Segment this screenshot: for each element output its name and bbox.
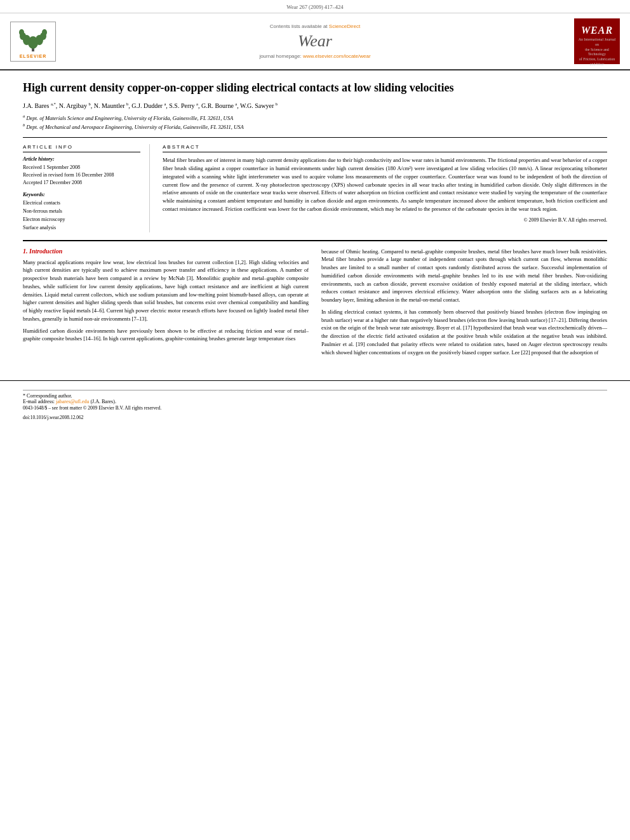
abstract-text: Metal fiber brushes are of interest in m…	[163, 156, 607, 213]
page-wrapper: Wear 267 (2009) 417–424 ELSEVIER Content…	[0, 0, 630, 840]
homepage-url-link[interactable]: www.elsevier.com/locate/wear	[303, 53, 371, 59]
authors-line: J.A. Bares a,*, N. Argibay b, N. Mauntle…	[23, 102, 607, 109]
keyword-1: Electrical contacts	[23, 199, 140, 208]
body-left-col: 1. Introduction Many practical applicati…	[23, 248, 309, 361]
article-info-header: ARTICLE INFO	[23, 144, 140, 152]
corresp-star: * Corresponding author.	[23, 393, 72, 399]
keyword-2: Non-ferrous metals	[23, 208, 140, 216]
wear-logo-title: WEAR	[581, 25, 613, 36]
journal-title: Wear	[56, 32, 574, 51]
abstract-col: ABSTRACT Metal fiber brushes are of inte…	[163, 144, 607, 232]
abstract-header: ABSTRACT	[163, 144, 607, 152]
issn-note: 0043-1648/$ – see front matter © 2009 El…	[23, 404, 607, 411]
article-info-col: ARTICLE INFO Article history: Received 1…	[23, 144, 150, 232]
citation-text: Wear 267 (2009) 417–424	[286, 4, 343, 10]
elsevier-label: ELSEVIER	[13, 54, 53, 58]
main-content: High current density copper-on-copper sl…	[0, 70, 630, 370]
history-received: Received 1 September 2008	[23, 164, 140, 171]
keywords-section: Keywords: Electrical contacts Non-ferrou…	[23, 192, 140, 232]
keywords-label: Keywords:	[23, 192, 140, 197]
journal-center: Contents lists available at ScienceDirec…	[56, 23, 574, 59]
email-label: E-mail address:	[23, 399, 55, 404]
info-abstract-section: ARTICLE INFO Article history: Received 1…	[23, 144, 607, 232]
corresponding-note: * Corresponding author. E-mail address: …	[23, 390, 607, 404]
keyword-3: Electron microscopy	[23, 216, 140, 224]
wear-logo-subtitle: An International Journal onthe Science a…	[577, 37, 617, 67]
intro-title: 1. Introduction	[23, 248, 309, 255]
journal-header: ELSEVIER Contents lists available at Sci…	[0, 13, 630, 70]
affiliations: a Dept. of Materials Science and Enginee…	[23, 114, 607, 138]
keyword-4: Surface analysis	[23, 224, 140, 232]
sciencedirect-link[interactable]: ScienceDirect	[329, 23, 360, 29]
article-history: Article history: Received 1 September 20…	[23, 156, 140, 187]
history-label: Article history:	[23, 156, 140, 162]
email-suffix: (J.A. Bares).	[90, 399, 116, 404]
citation-bar: Wear 267 (2009) 417–424	[0, 0, 630, 13]
svg-point-6	[19, 29, 24, 36]
svg-point-7	[42, 29, 47, 36]
doi-line: doi:10.1016/j.wear.2008.12.062	[23, 415, 607, 420]
intro-p1: Many practical applications require low …	[23, 258, 309, 323]
section-divider	[23, 240, 607, 241]
page-footer: * Corresponding author. E-mail address: …	[0, 380, 630, 420]
email-link[interactable]: jabares@ufl.edu	[56, 399, 89, 404]
elsevier-logo: ELSEVIER	[10, 22, 56, 62]
article-title: High current density copper-on-copper sl…	[23, 81, 607, 95]
body-section: 1. Introduction Many practical applicati…	[23, 248, 607, 361]
history-revised: Received in revised form 16 December 200…	[23, 171, 140, 179]
elsevier-tree-icon	[17, 25, 50, 53]
intro-right-p1: because of Ohmic heating. Compared to me…	[321, 248, 607, 304]
affil-a: a Dept. of Materials Science and Enginee…	[23, 114, 607, 121]
history-accepted: Accepted 17 December 2008	[23, 179, 140, 187]
affil-a-text: Dept. of Materials Science and Engineeri…	[26, 115, 233, 121]
wear-logo-box: WEAR An International Journal onthe Scie…	[574, 18, 620, 64]
journal-homepage: journal homepage: www.elsevier.com/locat…	[56, 53, 574, 59]
intro-p2: Humidified carbon dioxide environments h…	[23, 327, 309, 343]
affil-b-text: Dept. of Mechanical and Aerospace Engine…	[26, 123, 243, 130]
intro-right-p2: In sliding electrical contact systems, i…	[321, 308, 607, 357]
copyright-line: © 2009 Elsevier B.V. All rights reserved…	[163, 217, 607, 223]
contents-label: Contents lists available at ScienceDirec…	[56, 23, 574, 29]
body-right-col: because of Ohmic heating. Compared to me…	[321, 248, 607, 361]
affil-b: b Dept. of Mechanical and Aerospace Engi…	[23, 123, 607, 130]
